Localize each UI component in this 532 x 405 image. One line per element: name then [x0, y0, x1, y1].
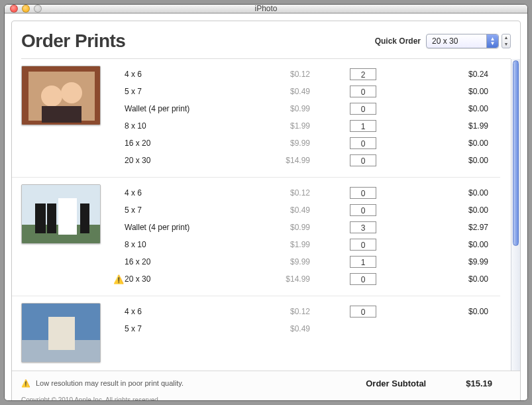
line-total: $1.99 — [416, 121, 491, 131]
photo-thumbnail[interactable] — [21, 66, 101, 125]
subtotal-value: $15.19 — [466, 378, 492, 388]
print-option-row: 8 x 10$1.991$1.99 — [113, 117, 491, 135]
line-total: $9.99 — [416, 257, 491, 266]
quantity-input[interactable]: 0 — [350, 103, 376, 115]
quantity-input[interactable]: 0 — [350, 204, 376, 216]
line-total: $2.97 — [416, 223, 491, 232]
print-size-label: 16 x 20 — [125, 139, 231, 148]
quantity-input[interactable]: 0 — [350, 154, 376, 166]
stepper-up-icon[interactable]: ▲ — [502, 34, 510, 41]
svg-rect-9 — [47, 203, 56, 233]
line-total: $0.00 — [416, 274, 491, 284]
print-option-row: 5 x 7$0.490$0.00 — [113, 202, 491, 219]
window-title: iPhoto — [5, 4, 527, 13]
print-size-label: 5 x 7 — [125, 87, 231, 96]
print-option-row: Wallet (4 per print)$0.993$2.97 — [113, 219, 491, 236]
svg-rect-8 — [35, 203, 46, 233]
unit-price: $1.99 — [231, 240, 310, 249]
unit-price: $9.99 — [231, 257, 310, 266]
line-total: $0.00 — [416, 87, 491, 96]
order-prints-panel: Order Prints Quick Order 20 x 30 ▲▼ ▲ ▼ … — [11, 21, 521, 401]
print-size-label: 4 x 6 — [125, 307, 231, 316]
unit-price: $9.99 — [231, 139, 310, 148]
quantity-input[interactable]: 0 — [350, 239, 376, 251]
svg-point-3 — [61, 82, 82, 103]
quantity-input[interactable]: 0 — [350, 86, 376, 97]
warning-icon: ⚠️ — [113, 274, 125, 284]
low-res-warning-text: Low resolution may result in poor print … — [36, 379, 184, 387]
svg-point-2 — [41, 86, 62, 107]
print-option-row: 4 x 6$0.120$0.00 — [113, 184, 491, 202]
quick-order-label: Quick Order — [375, 36, 421, 46]
line-total: $0.00 — [416, 307, 491, 316]
line-total: $0.00 — [416, 205, 491, 215]
print-option-row: 5 x 7$0.49 — [113, 320, 491, 337]
quantity-input[interactable]: 1 — [350, 256, 376, 268]
unit-price: $14.99 — [231, 274, 310, 284]
print-size-label: Wallet (4 per print) — [125, 223, 231, 232]
line-total: $0.00 — [416, 156, 491, 165]
print-size-label: 8 x 10 — [125, 121, 231, 131]
unit-price: $0.12 — [231, 188, 310, 198]
vertical-scrollbar[interactable] — [511, 59, 520, 371]
print-option-row: 20 x 30$14.990$0.00 — [113, 152, 491, 169]
print-size-label: 4 x 6 — [125, 70, 231, 79]
app-window: iPhoto Order Prints Quick Order 20 x 30 … — [4, 4, 528, 401]
unit-price: $0.12 — [231, 307, 310, 316]
quick-order-stepper[interactable]: ▲ ▼ — [502, 34, 511, 48]
photo-thumbnail[interactable] — [21, 303, 101, 363]
unit-price: $0.49 — [231, 324, 310, 333]
print-option-row: ⚠️20 x 30$14.990$0.00 — [113, 270, 491, 288]
quick-order-value: 20 x 30 — [432, 36, 458, 46]
titlebar[interactable]: iPhoto — [5, 5, 527, 13]
stepper-down-icon[interactable]: ▼ — [502, 41, 510, 48]
line-total: $0.00 — [416, 139, 491, 148]
svg-rect-7 — [58, 198, 77, 235]
print-size-label: 5 x 7 — [125, 324, 231, 333]
line-total: $0.00 — [416, 104, 491, 113]
panel-title: Order Prints — [21, 30, 375, 52]
unit-price: $0.99 — [231, 104, 310, 113]
print-option-row: 4 x 6$0.120$0.00 — [113, 303, 491, 320]
quantity-input[interactable]: 1 — [350, 120, 376, 132]
line-total: $0.00 — [416, 240, 491, 249]
unit-price: $14.99 — [231, 156, 310, 165]
quantity-input[interactable]: 0 — [350, 273, 376, 285]
quick-order-select[interactable]: 20 x 30 ▲▼ — [426, 34, 499, 48]
photo-item: 4 x 6$0.120$0.005 x 7$0.490$0.00Wallet (… — [12, 177, 500, 296]
print-size-label: 5 x 7 — [125, 205, 231, 215]
print-size-label: 20 x 30 — [125, 156, 231, 165]
window-close-button[interactable] — [10, 5, 18, 13]
print-size-label: 20 x 30 — [125, 274, 231, 284]
scrollbar-thumb[interactable] — [513, 60, 519, 246]
print-option-row: Wallet (4 per print)$0.990$0.00 — [113, 100, 491, 117]
subtotal-label: Order Subtotal — [366, 378, 426, 388]
quantity-input[interactable]: 3 — [350, 221, 376, 233]
print-size-label: 16 x 20 — [125, 257, 231, 266]
print-option-row: 16 x 20$9.990$0.00 — [113, 135, 491, 152]
warning-icon: ⚠️ — [21, 379, 30, 388]
quantity-input[interactable]: 0 — [350, 187, 376, 199]
window-zoom-button[interactable] — [34, 5, 42, 13]
unit-price: $1.99 — [231, 121, 310, 131]
quantity-input[interactable]: 0 — [350, 306, 376, 318]
print-size-label: 8 x 10 — [125, 240, 231, 249]
print-option-row: 5 x 7$0.490$0.00 — [113, 83, 491, 100]
photo-item: 4 x 6$0.122$0.245 x 7$0.490$0.00Wallet (… — [12, 59, 500, 177]
photo-item: 4 x 6$0.120$0.005 x 7$0.49 — [12, 296, 500, 371]
quantity-input[interactable]: 2 — [350, 68, 376, 80]
svg-rect-13 — [48, 317, 75, 350]
print-size-label: 4 x 6 — [125, 188, 231, 198]
copyright-text: Copyright © 2010 Apple Inc. All rights r… — [21, 396, 511, 401]
svg-rect-10 — [80, 203, 89, 233]
svg-rect-4 — [42, 106, 81, 123]
select-arrows-icon: ▲▼ — [486, 34, 498, 48]
items-scroll-area[interactable]: 4 x 6$0.122$0.245 x 7$0.490$0.00Wallet (… — [12, 59, 511, 371]
line-total: $0.24 — [416, 70, 491, 79]
print-size-label: Wallet (4 per print) — [125, 104, 231, 113]
print-option-row: 4 x 6$0.122$0.24 — [113, 66, 491, 83]
unit-price: $0.12 — [231, 70, 310, 79]
window-minimize-button[interactable] — [22, 5, 30, 13]
quantity-input[interactable]: 0 — [350, 137, 376, 149]
photo-thumbnail[interactable] — [21, 184, 101, 244]
